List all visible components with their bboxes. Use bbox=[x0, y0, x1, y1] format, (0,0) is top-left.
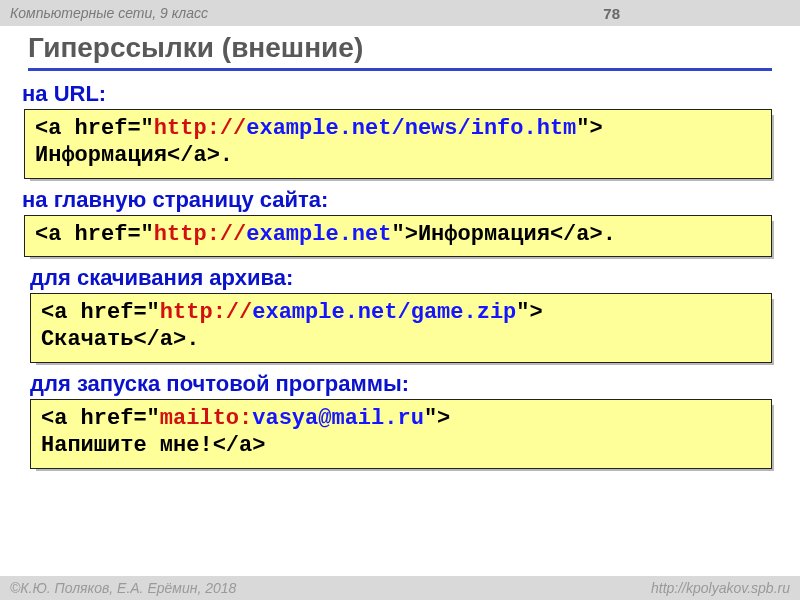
code-box-homepage: <a href="http://example.net">Информация<… bbox=[24, 215, 772, 258]
section-label-homepage: на главную страницу сайта: bbox=[22, 187, 782, 213]
page-number: 78 bbox=[603, 5, 620, 22]
title-bold: Гиперссылки bbox=[28, 32, 214, 63]
title-rest: (внешние) bbox=[214, 32, 363, 63]
section-label-url: на URL: bbox=[22, 81, 782, 107]
slide: Компьютерные сети, 9 класс 78 Гиперссылк… bbox=[0, 0, 800, 600]
course-title: Компьютерные сети, 9 класс bbox=[10, 5, 208, 21]
code-download: <a href="http://example.net/game.zip">Ск… bbox=[30, 293, 772, 363]
code-url: <a href="http://example.net/news/info.ht… bbox=[24, 109, 772, 179]
code-box-download: <a href="http://example.net/game.zip">Ск… bbox=[30, 293, 772, 363]
title-wrap: Гиперссылки (внешние) bbox=[0, 26, 800, 71]
page-title: Гиперссылки (внешние) bbox=[28, 32, 772, 71]
footer-url: http://kpolyakov.spb.ru bbox=[651, 580, 790, 596]
footer-bar: ©К.Ю. Поляков, Е.А. Ерёмин, 2018 http://… bbox=[0, 576, 800, 600]
content: на URL: <a href="http://example.net/news… bbox=[0, 71, 800, 469]
code-mailto: <a href="mailto:vasya@mail.ru">Напишите … bbox=[30, 399, 772, 469]
header-bar: Компьютерные сети, 9 класс 78 bbox=[0, 0, 800, 26]
code-box-mailto: <a href="mailto:vasya@mail.ru">Напишите … bbox=[30, 399, 772, 469]
section-label-download: для скачивания архива: bbox=[30, 265, 782, 291]
section-label-mailto: для запуска почтовой программы: bbox=[30, 371, 782, 397]
code-box-url: <a href="http://example.net/news/info.ht… bbox=[24, 109, 772, 179]
code-homepage: <a href="http://example.net">Информация<… bbox=[24, 215, 772, 258]
footer-authors: ©К.Ю. Поляков, Е.А. Ерёмин, 2018 bbox=[10, 580, 236, 596]
